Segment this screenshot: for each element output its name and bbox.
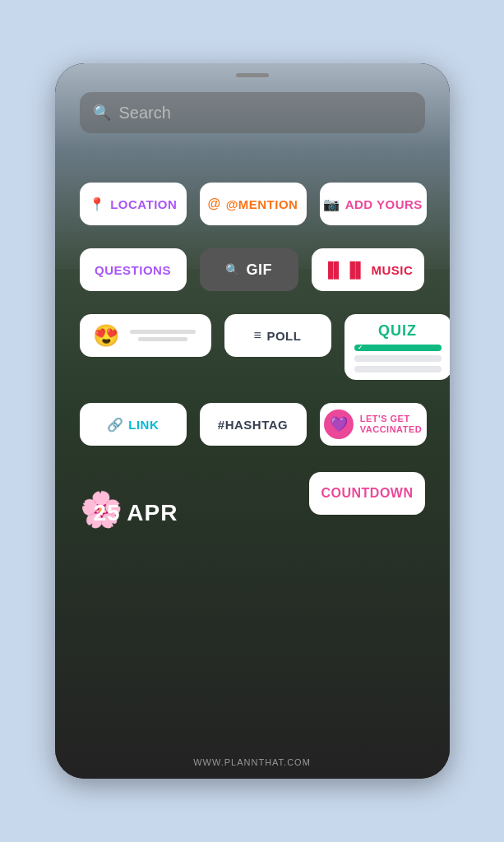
quiz-line-2: [354, 366, 442, 372]
search-placeholder: Search: [119, 104, 171, 123]
sticker-row-2: QUESTIONS 🔍 GIF ▐▌▐▌ MUSIC: [80, 248, 425, 291]
add-yours-sticker[interactable]: 📷 ADD YOURS: [320, 183, 427, 225]
stickers-grid: 📍 LOCATION @ @MENTION 📷 ADD YOURS QUESTI…: [80, 183, 425, 530]
questions-sticker[interactable]: QUESTIONS: [80, 248, 187, 291]
countdown-label: COUNTDOWN: [321, 486, 413, 501]
hashtag-label: #HASHTAG: [218, 418, 288, 432]
link-icon: 🔗: [107, 417, 124, 433]
heart-eyes-emoji: 😍: [93, 323, 120, 349]
emoji-sticker[interactable]: 😍: [80, 314, 211, 357]
slider-lines: [126, 330, 200, 341]
add-yours-label: ADD YOURS: [345, 197, 423, 211]
drag-handle[interactable]: [236, 73, 269, 77]
link-label: LINK: [128, 418, 159, 432]
phone-frame: 🔍 Search 📍 LOCATION @ @MENTION 📷 ADD YOU…: [55, 63, 450, 779]
countdown-sticker[interactable]: COUNTDOWN: [309, 472, 424, 515]
sticker-row-4: 🔗 LINK #HASHTAG 💜 LET'S GETVACCINATED: [80, 403, 425, 446]
footer-text: WWW.PLANNTHAT.COM: [193, 757, 311, 767]
mention-icon: @: [208, 197, 221, 211]
poll-icon: ≡: [254, 328, 262, 343]
music-bars-icon: ▐▌▐▌: [323, 261, 367, 279]
location-sticker[interactable]: 📍 LOCATION: [80, 183, 187, 225]
poll-sticker[interactable]: ≡ POLL: [224, 314, 331, 357]
location-icon: 📍: [89, 197, 106, 212]
search-icon: 🔍: [93, 104, 111, 122]
quiz-label: QUIZ: [378, 322, 417, 340]
quiz-line-1: [354, 355, 442, 362]
search-bar[interactable]: 🔍 Search: [80, 92, 425, 133]
sticker-row-1: 📍 LOCATION @ @MENTION 📷 ADD YOURS: [80, 183, 425, 225]
camera-icon: 📷: [323, 197, 340, 212]
mention-label: @MENTION: [226, 197, 298, 211]
gif-sticker[interactable]: 🔍 GIF: [200, 248, 298, 291]
hashtag-sticker[interactable]: #HASHTAG: [200, 403, 307, 446]
sticker-row-3: 😍 ≡ POLL QUIZ ✓: [80, 314, 425, 380]
slider-line-2: [138, 337, 187, 341]
vaccinated-label: LET'S GETVACCINATED: [360, 414, 422, 435]
phone-content: 🔍 Search 📍 LOCATION @ @MENTION 📷 ADD YOU…: [55, 63, 450, 779]
location-label: LOCATION: [110, 197, 177, 211]
quiz-lines: ✓: [354, 345, 442, 372]
music-label: MUSIC: [372, 263, 414, 277]
slider-line-1: [130, 330, 196, 334]
quiz-check-icon: ✓: [358, 345, 363, 351]
apr-label: 25 APR: [93, 500, 178, 526]
quiz-sticker[interactable]: QUIZ ✓: [344, 314, 450, 380]
gif-label: GIF: [247, 261, 273, 279]
gif-search-icon: 🔍: [225, 263, 240, 276]
heart-emoji: 💜: [330, 415, 349, 433]
music-sticker[interactable]: ▐▌▐▌ MUSIC: [312, 248, 425, 291]
poll-label: POLL: [266, 329, 301, 343]
link-sticker[interactable]: 🔗 LINK: [80, 403, 187, 446]
25-apr-sticker[interactable]: 🌸 25 APR: [80, 472, 178, 530]
vaccinated-sticker[interactable]: 💜 LET'S GETVACCINATED: [320, 403, 427, 446]
quiz-line-active: ✓: [354, 345, 442, 351]
questions-label: QUESTIONS: [95, 263, 171, 277]
sticker-row-5: 🌸 25 APR COUNTDOWN: [80, 472, 425, 530]
mention-sticker[interactable]: @ @MENTION: [200, 183, 307, 225]
vaccinated-heart-icon: 💜: [324, 409, 354, 439]
